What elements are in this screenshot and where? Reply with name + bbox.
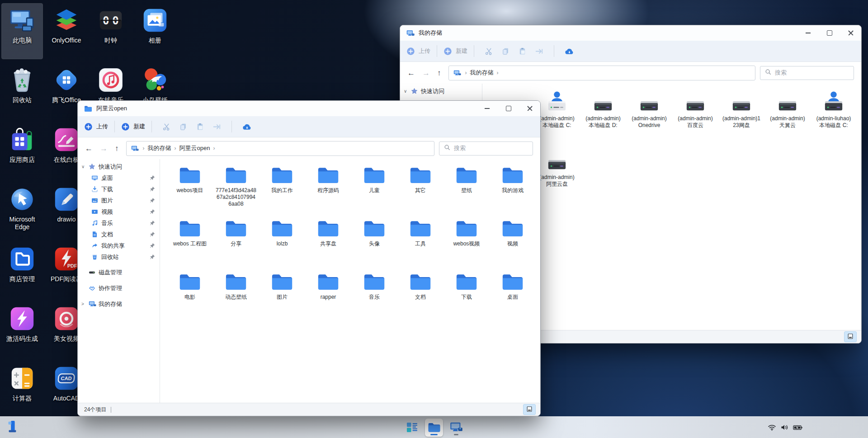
- back-arrow[interactable]: ←: [85, 145, 93, 152]
- folder-item[interactable]: 头像: [351, 219, 397, 273]
- volume-icon[interactable]: [780, 424, 789, 431]
- folder-item[interactable]: 其它: [397, 166, 443, 219]
- folder-item[interactable]: 动态壁纸: [213, 273, 259, 326]
- copy-icon[interactable]: [501, 47, 510, 56]
- upload-button[interactable]: 上传: [406, 47, 430, 56]
- view-toggle-button[interactable]: [844, 331, 857, 342]
- sidebar-item-desktop[interactable]: 桌面: [78, 172, 160, 184]
- pin-icon[interactable]: [149, 209, 155, 215]
- close-button[interactable]: [519, 101, 540, 116]
- drive-item[interactable]: (admin-admin)阿里云盘: [534, 148, 580, 207]
- minimize-button[interactable]: [476, 101, 498, 116]
- sidebar-item-download[interactable]: 下载: [78, 184, 160, 195]
- upload-button[interactable]: 上传: [84, 122, 108, 131]
- drive-item[interactable]: (admin-admin)123网盘: [718, 89, 764, 148]
- drive-item[interactable]: (admin-admin)天翼云: [764, 89, 811, 148]
- folder-item[interactable]: 我的工作: [259, 166, 305, 219]
- maximize-button[interactable]: [819, 25, 840, 41]
- folder-item[interactable]: 下载: [443, 273, 490, 326]
- sidebar-item-music[interactable]: 音乐: [78, 217, 160, 229]
- pin-icon[interactable]: [149, 254, 155, 260]
- sidebar-quick-access[interactable]: ∨ 快速访问: [400, 85, 482, 97]
- view-toggle-button[interactable]: [523, 404, 536, 415]
- breadcrumb-item[interactable]: 阿里云open: [179, 145, 210, 151]
- folder-item[interactable]: 共享盘: [305, 219, 351, 273]
- folder-item[interactable]: 壁纸: [443, 166, 490, 219]
- pin-icon[interactable]: [149, 175, 155, 181]
- cut-icon[interactable]: [485, 47, 493, 56]
- desktop-icon-onlyoffice[interactable]: OnlyOffice: [46, 4, 87, 59]
- desktop-icon-recycle-bin[interactable]: 回收站: [2, 63, 42, 118]
- desktop-icon-store-manage[interactable]: 商店管理: [2, 242, 42, 297]
- os-logo-icon[interactable]: [5, 420, 19, 435]
- desktop-icon-app-store[interactable]: 应用商店: [2, 123, 42, 178]
- sidebar-item-disk-management[interactable]: 磁盘管理: [78, 266, 160, 278]
- folder-item[interactable]: 分享: [213, 219, 259, 273]
- folder-item[interactable]: 视频: [490, 219, 536, 273]
- up-arrow[interactable]: ↑: [437, 69, 441, 77]
- taskbar-button-my-storage[interactable]: [447, 419, 465, 437]
- cloud-sync-icon[interactable]: [565, 47, 574, 55]
- desktop-icon-album[interactable]: 相册: [135, 4, 175, 59]
- folder-item[interactable]: 桌面: [490, 273, 536, 326]
- folder-item[interactable]: lolzb: [259, 219, 305, 273]
- forward-arrow[interactable]: →: [422, 69, 430, 77]
- taskbar-button-start[interactable]: [403, 419, 421, 437]
- folder-item[interactable]: webos 工程图: [167, 219, 213, 273]
- folder-item[interactable]: rapper: [305, 273, 351, 326]
- move-icon[interactable]: [535, 47, 543, 56]
- sidebar-item-pictures[interactable]: 图片: [78, 195, 160, 206]
- battery-icon[interactable]: [793, 425, 802, 430]
- cut-icon[interactable]: [162, 122, 171, 131]
- folder-item[interactable]: 程序源码: [305, 166, 351, 219]
- desktop-icon-edge[interactable]: Microsoft Edge: [2, 183, 42, 238]
- titlebar[interactable]: 我的存储: [400, 25, 861, 41]
- sidebar-item-shares[interactable]: 我的共享: [78, 240, 160, 251]
- drive-item[interactable]: (admin-admin)Onedrive: [626, 89, 672, 148]
- pin-icon[interactable]: [149, 198, 155, 203]
- drive-item[interactable]: (admin-liuhao)本地磁盘 C:: [811, 89, 857, 148]
- sidebar-item-videos[interactable]: 视频: [78, 206, 160, 217]
- pin-icon[interactable]: [149, 231, 155, 237]
- folder-item[interactable]: webos视频: [443, 219, 490, 273]
- breadcrumb[interactable]: ›我的存储›阿里云open›: [126, 141, 435, 156]
- breadcrumb-item[interactable]: 我的存储: [148, 145, 171, 151]
- paste-icon[interactable]: [518, 47, 527, 56]
- wifi-icon[interactable]: [768, 424, 776, 431]
- taskbar-button-file-explorer[interactable]: [425, 419, 443, 437]
- pin-icon[interactable]: [149, 243, 155, 249]
- folder-item[interactable]: 音乐: [351, 273, 397, 326]
- back-arrow[interactable]: ←: [407, 69, 415, 77]
- sidebar-item-recycle[interactable]: 回收站: [78, 251, 160, 263]
- folder-item[interactable]: 工具: [397, 219, 443, 273]
- sidebar-item-documents[interactable]: 文档: [78, 229, 160, 240]
- sidebar-item-collaboration[interactable]: 协作管理: [78, 282, 160, 294]
- cloud-sync-icon[interactable]: [242, 123, 252, 131]
- folder-item[interactable]: 儿童: [351, 166, 397, 219]
- desktop-icon-clock[interactable]: 00 时钟: [90, 4, 131, 59]
- sidebar-quick-access[interactable]: ∨ 快速访问: [78, 161, 160, 172]
- folder-item[interactable]: webos项目: [167, 166, 213, 219]
- pin-icon[interactable]: [149, 220, 155, 226]
- desktop-icon-activation-gen[interactable]: 激活码生成: [2, 302, 42, 357]
- drive-item[interactable]: (admin-admin)本地磁盘 C:: [534, 89, 580, 148]
- folder-item[interactable]: 777e14f3d42a4867a2c841079946aa08: [213, 166, 259, 219]
- folder-item[interactable]: 文档: [397, 273, 443, 326]
- copy-icon[interactable]: [179, 122, 188, 131]
- paste-icon[interactable]: [196, 122, 204, 131]
- breadcrumb[interactable]: ›我的存储›: [448, 66, 756, 80]
- drive-item[interactable]: (admin-admin)百度云: [672, 89, 718, 148]
- minimize-button[interactable]: [797, 25, 819, 41]
- search-input[interactable]: 搜索: [439, 141, 533, 155]
- maximize-button[interactable]: [498, 101, 519, 116]
- close-button[interactable]: [840, 25, 861, 41]
- titlebar[interactable]: 阿里云open: [78, 101, 540, 116]
- desktop-icon-this-pc[interactable]: 此电脑: [2, 4, 42, 59]
- move-icon[interactable]: [212, 122, 221, 131]
- forward-arrow[interactable]: →: [100, 145, 108, 152]
- folder-item[interactable]: 电影: [167, 273, 213, 326]
- drive-item[interactable]: (admin-admin)本地磁盘 D:: [580, 89, 626, 148]
- new-button[interactable]: 新建: [443, 47, 467, 56]
- desktop-icon-calculator[interactable]: 计算器: [2, 362, 42, 417]
- up-arrow[interactable]: ↑: [115, 145, 119, 152]
